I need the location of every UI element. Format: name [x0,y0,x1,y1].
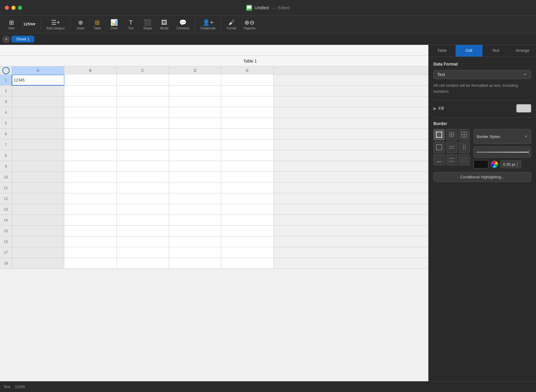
cell[interactable] [117,183,169,193]
cell[interactable] [221,183,274,193]
cell[interactable] [64,226,117,236]
shape-button[interactable]: ⬛ Shape [140,18,155,31]
cell[interactable] [221,129,274,139]
border-thickness-slider[interactable]: ▲ ▼ [473,146,531,158]
border-thickness-value[interactable]: 0.35 pt ▲ ▼ [500,160,521,168]
cell[interactable] [12,118,64,128]
cell[interactable] [64,258,117,268]
cell[interactable] [64,96,117,107]
collaborate-button[interactable]: 👤+ Collaborate [197,18,219,31]
cell[interactable] [12,226,64,236]
cell[interactable] [221,215,274,225]
cell[interactable] [64,193,117,204]
cell[interactable] [221,150,274,161]
add-category-button[interactable]: ☰+ Add Category [43,18,68,31]
border-btn-inner-v[interactable] [459,142,470,153]
cell[interactable] [221,258,274,268]
border-style-dropdown[interactable]: Border Styles [473,129,531,144]
cell[interactable] [221,107,274,118]
cell[interactable] [169,247,221,258]
cell[interactable] [221,193,274,204]
col-header-c[interactable]: C [117,66,169,75]
cell[interactable]: 12345 [12,75,64,85]
border-btn-inner[interactable] [446,129,457,140]
cell[interactable] [221,139,274,150]
cell[interactable] [64,129,117,139]
cell[interactable] [169,139,221,150]
border-btn-outer-all[interactable] [433,129,445,140]
tab-text[interactable]: Text [482,45,509,57]
col-header-e[interactable]: E [221,66,274,75]
cell[interactable] [169,96,221,107]
col-header-b[interactable]: B [64,66,117,75]
cell[interactable] [221,161,274,171]
conditional-highlighting-button[interactable]: Conditional Highlighting... [433,172,531,182]
cell[interactable] [169,215,221,225]
cell[interactable] [12,96,64,107]
cell[interactable] [169,172,221,182]
chart-button[interactable]: 📊 Chart [106,18,122,31]
cell[interactable] [221,118,274,128]
minimize-button[interactable] [11,6,16,10]
cell[interactable] [221,226,274,236]
cell[interactable] [117,226,169,236]
cell[interactable] [117,258,169,268]
border-btn-outer[interactable] [433,142,445,153]
cell[interactable] [117,86,169,96]
media-button[interactable]: 🖼 Media [156,18,172,31]
cell[interactable] [117,75,169,85]
cell[interactable] [117,118,169,128]
cell[interactable] [117,236,169,247]
cell[interactable] [221,96,274,107]
organise-button[interactable]: ⊕⊖ Organise [240,18,259,31]
fill-label[interactable]: ▶ Fill [433,106,444,111]
cell[interactable] [12,86,64,96]
text-button[interactable]: T Text [123,18,138,31]
cell[interactable] [64,107,117,118]
cell[interactable] [12,129,64,139]
cell[interactable] [221,172,274,182]
cell[interactable] [169,226,221,236]
tab-cell[interactable]: Cell [456,45,482,57]
color-picker-button[interactable] [491,161,498,168]
cell[interactable] [169,129,221,139]
tab-table[interactable]: Table [429,45,456,57]
format-dropdown[interactable]: Text [433,70,531,79]
cell[interactable] [221,86,274,96]
cell[interactable] [169,75,221,85]
cell[interactable] [64,161,117,171]
cell[interactable] [117,129,169,139]
cell[interactable] [12,236,64,247]
cell[interactable] [169,118,221,128]
border-btn-bottom[interactable] [433,154,445,165]
comment-button[interactable]: 💬 Comment [173,18,192,31]
cell[interactable] [169,236,221,247]
cell[interactable] [221,204,274,215]
view-button[interactable]: ⊞ View [4,18,19,31]
cell[interactable] [117,204,169,215]
cell[interactable] [117,150,169,161]
cell[interactable] [117,161,169,171]
tab-arrange[interactable]: Arrange [509,45,536,57]
cell[interactable] [12,161,64,171]
add-sheet-button[interactable]: + [2,35,10,43]
cell[interactable] [117,107,169,118]
fill-color-swatch[interactable] [516,104,531,113]
border-btn-all[interactable] [459,129,470,140]
cell[interactable] [169,204,221,215]
border-color-swatch[interactable] [473,160,488,168]
cell[interactable] [221,247,274,258]
cell[interactable] [64,139,117,150]
cell[interactable] [12,183,64,193]
cell[interactable] [12,247,64,258]
cell[interactable] [169,86,221,96]
cell[interactable] [169,183,221,193]
cell[interactable] [64,86,117,96]
cell[interactable] [64,183,117,193]
pt-stepper[interactable]: ▲ ▼ [516,162,519,167]
cell[interactable] [64,204,117,215]
cell[interactable] [12,258,64,268]
col-header-d[interactable]: D [169,66,221,75]
cell[interactable] [12,107,64,118]
cell[interactable] [117,193,169,204]
